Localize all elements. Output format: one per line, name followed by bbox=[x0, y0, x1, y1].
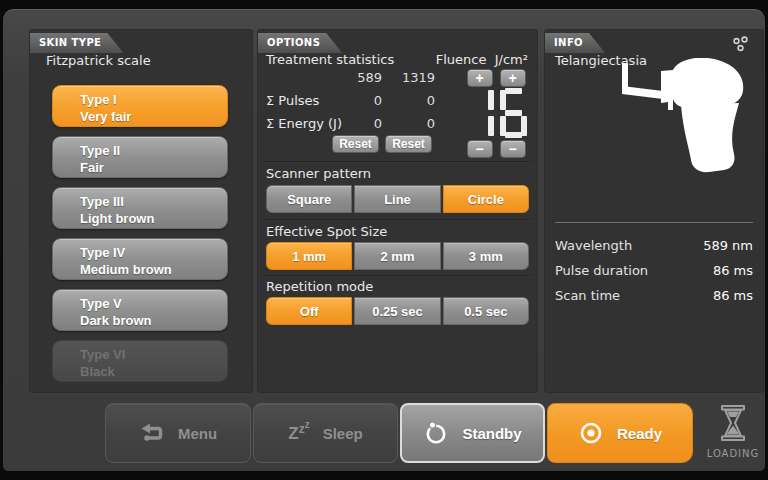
skin-type-name: Type IV bbox=[80, 244, 227, 261]
fluence-plus-row: + + bbox=[466, 69, 526, 87]
skin-type-name: Type II bbox=[80, 142, 227, 159]
energy-value-1319: 0 bbox=[385, 116, 435, 131]
skin-type-name: Type V bbox=[80, 295, 227, 312]
divider bbox=[263, 275, 532, 277]
device-screen: SKIN TYPE Fitzpatrick scale Type I Very … bbox=[0, 0, 768, 480]
wavelength-row: Wavelength 589 nm bbox=[555, 238, 753, 256]
scan-time-row: Scan time 86 ms bbox=[555, 288, 753, 306]
reset-button-589[interactable]: Reset bbox=[332, 135, 379, 153]
skin-type-button-4[interactable]: Type IV Medium brown bbox=[52, 238, 228, 280]
scan-time-value: 86 ms bbox=[713, 288, 753, 303]
scanner-line-button[interactable]: Line bbox=[354, 185, 440, 213]
pulse-duration-label: Pulse duration bbox=[555, 263, 648, 278]
menu-button[interactable]: Menu bbox=[105, 403, 251, 463]
options-panel: OPTIONS Treatment statistics Fluence J/c… bbox=[258, 30, 537, 392]
skin-type-name: Type III bbox=[80, 193, 227, 210]
fluence-value-display bbox=[467, 88, 527, 138]
standby-button[interactable]: Standby bbox=[400, 403, 545, 463]
fluence-label: Fluence J/cm² bbox=[436, 52, 528, 67]
fluence-word: Fluence bbox=[436, 52, 487, 67]
scanner-square-button[interactable]: Square bbox=[266, 185, 352, 213]
energy-value-589: 0 bbox=[332, 116, 382, 131]
stats-column-header-1319: 1319 bbox=[385, 70, 435, 85]
skin-type-desc: Dark brown bbox=[80, 312, 227, 329]
pulse-duration-row: Pulse duration 86 ms bbox=[555, 263, 753, 281]
stats-column-header-589: 589 bbox=[332, 70, 382, 85]
treatment-statistics-label: Treatment statistics bbox=[266, 52, 394, 67]
divider bbox=[263, 161, 532, 163]
power-standby-icon bbox=[423, 420, 449, 446]
repetition-off-button[interactable]: Off bbox=[266, 297, 352, 325]
ready-button[interactable]: Ready bbox=[547, 403, 693, 463]
energy-row-label: Σ Energy (J) bbox=[266, 116, 342, 131]
spot-1mm-button[interactable]: 1 mm bbox=[266, 242, 352, 270]
sleep-button[interactable]: Zzz Sleep bbox=[253, 403, 398, 463]
fluence-minus-tens-button[interactable]: − bbox=[467, 140, 493, 158]
loading-label: LOADING bbox=[702, 448, 764, 459]
skin-type-desc: Fair bbox=[80, 159, 227, 176]
skin-type-name: Type I bbox=[80, 91, 227, 108]
spot-size-group: 1 mm 2 mm 3 mm bbox=[266, 242, 529, 270]
skin-type-button-1[interactable]: Type I Very fair bbox=[52, 85, 228, 127]
fluence-plus-tens-button[interactable]: + bbox=[467, 69, 493, 87]
scanner-pattern-label: Scanner pattern bbox=[266, 166, 371, 181]
skin-type-desc: Black bbox=[80, 363, 227, 380]
divider bbox=[263, 219, 532, 221]
skin-type-list: Type I Very fair Type II Fair Type III L… bbox=[52, 85, 228, 391]
skin-type-desc: Medium brown bbox=[80, 261, 227, 278]
fluence-minus-ones-button[interactable]: − bbox=[500, 140, 526, 158]
zzz-icon: Zzz bbox=[288, 425, 309, 442]
skin-type-button-3[interactable]: Type III Light brown bbox=[52, 187, 228, 229]
spot-size-label: Effective Spot Size bbox=[266, 224, 387, 239]
skin-type-panel: SKIN TYPE Fitzpatrick scale Type I Very … bbox=[30, 30, 252, 392]
fitzpatrick-scale-label: Fitzpatrick scale bbox=[46, 53, 151, 68]
menu-button-label: Menu bbox=[178, 425, 217, 442]
wavelength-value: 589 nm bbox=[703, 238, 753, 253]
target-dot-icon bbox=[578, 420, 604, 446]
hourglass-icon bbox=[718, 404, 748, 442]
spot-3mm-button[interactable]: 3 mm bbox=[443, 242, 529, 270]
skin-type-tab-header: SKIN TYPE bbox=[30, 33, 123, 53]
pulse-duration-value: 86 ms bbox=[713, 263, 753, 278]
fluence-plus-ones-button[interactable]: + bbox=[500, 69, 526, 87]
info-divider bbox=[555, 222, 753, 223]
handpiece-illustration bbox=[588, 58, 753, 176]
skin-type-button-5[interactable]: Type V Dark brown bbox=[52, 289, 228, 331]
fluence-unit: J/cm² bbox=[495, 52, 528, 67]
skin-type-button-6[interactable]: Type VI Black bbox=[52, 340, 228, 382]
loading-indicator: LOADING bbox=[702, 404, 764, 459]
options-tab-header: OPTIONS bbox=[258, 33, 342, 53]
pulses-row-label: Σ Pulses bbox=[266, 93, 319, 108]
ready-button-label: Ready bbox=[617, 425, 662, 442]
skin-type-desc: Very fair bbox=[80, 108, 227, 125]
sleep-button-label: Sleep bbox=[323, 425, 363, 442]
skin-type-desc: Light brown bbox=[80, 210, 227, 227]
standby-button-label: Standby bbox=[462, 425, 521, 442]
return-arrow-icon bbox=[139, 422, 165, 444]
repetition-025-button[interactable]: 0.25 sec bbox=[354, 297, 440, 325]
pulses-value-589: 0 bbox=[332, 93, 382, 108]
info-tab-header: INFO bbox=[545, 33, 605, 53]
scan-time-label: Scan time bbox=[555, 288, 620, 303]
repetition-mode-group: Off 0.25 sec 0.5 sec bbox=[266, 297, 529, 325]
repetition-05-button[interactable]: 0.5 sec bbox=[443, 297, 529, 325]
skin-type-button-2[interactable]: Type II Fair bbox=[52, 136, 228, 178]
skin-type-name: Type VI bbox=[80, 346, 227, 363]
spot-2mm-button[interactable]: 2 mm bbox=[354, 242, 440, 270]
pulses-value-1319: 0 bbox=[385, 93, 435, 108]
repetition-mode-label: Repetition mode bbox=[266, 279, 373, 294]
molecule-icon bbox=[731, 36, 751, 54]
info-panel: INFO Telangiectasia Wavelength 589 nm Pu… bbox=[545, 30, 763, 392]
scanner-pattern-group: Square Line Circle bbox=[266, 185, 529, 213]
fluence-minus-row: − − bbox=[466, 140, 526, 158]
reset-button-1319[interactable]: Reset bbox=[385, 135, 432, 153]
scanner-circle-button[interactable]: Circle bbox=[443, 185, 529, 213]
wavelength-label: Wavelength bbox=[555, 238, 632, 253]
